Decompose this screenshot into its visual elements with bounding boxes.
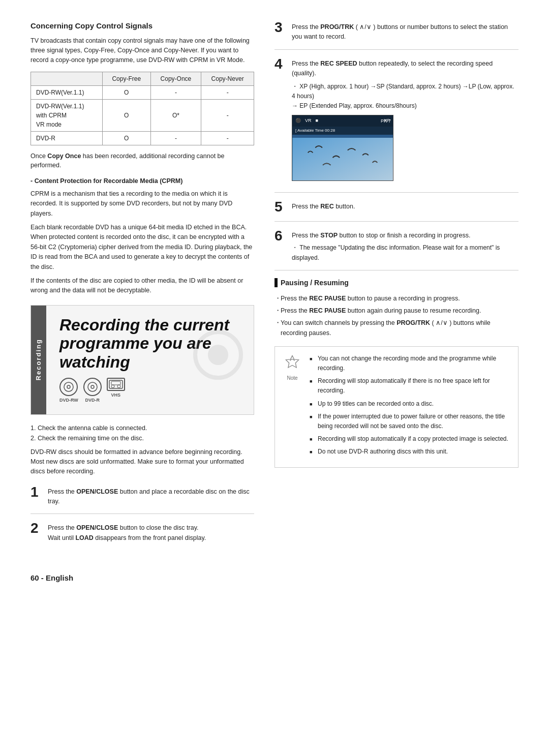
step-5-text: Press the REC button.: [292, 200, 518, 214]
cprm-title: - Content Protection for Recordable Medi…: [30, 176, 254, 186]
svg-point-4: [88, 382, 97, 391]
copy-control-table: Copy-Free Copy-Once Copy-Never DVD-RW(Ve…: [30, 72, 254, 145]
table-cell: -: [201, 99, 254, 131]
pausing-title: Pausing / Resuming: [274, 278, 518, 288]
step-5-number: 5: [274, 200, 287, 214]
ccs-title: Concerning Copy Control Signals: [30, 20, 254, 32]
dvdr-icon-box: DVD-R: [83, 378, 102, 404]
disc-note: DVD-RW discs should be formatted in adva…: [30, 447, 254, 477]
table-cell: O: [102, 131, 150, 145]
table-row: DVD-R O - -: [31, 131, 254, 145]
table-cell: -: [201, 85, 254, 99]
recording-sidebar: Recording: [31, 306, 46, 414]
svg-rect-9: [111, 381, 120, 385]
step-3-text: Press the PROG/TRK ( ∧/∨ ) buttons or nu…: [292, 20, 518, 42]
note-box: Note You can not change the recording mo…: [274, 346, 518, 468]
table-cell: O: [102, 85, 150, 99]
note-item-2: Recording will stop automatically if the…: [310, 376, 511, 396]
step-1-text: Press the OPEN/CLOSE button and place a …: [48, 485, 254, 507]
table-row: DVD-RW(Ver.1.1) O - -: [31, 85, 254, 99]
svg-point-2: [64, 382, 73, 391]
step-6: 6 Press the STOP button to stop or finis…: [274, 229, 518, 270]
note-label: Note: [287, 374, 297, 382]
disc2-svg: [87, 381, 98, 392]
watermark-icon: [193, 329, 243, 380]
pausing-item-1: Press the REC PAUSE button to pause a re…: [274, 293, 518, 304]
note-item-5: Recording will stop automatically if a c…: [310, 434, 511, 444]
banner-section: Recording Recording the current programm…: [30, 305, 254, 415]
page-number: 60 - English: [30, 572, 73, 584]
note-icon: [283, 354, 301, 372]
step-5: 5 Press the REC button.: [274, 200, 518, 222]
svg-point-1: [208, 345, 228, 365]
once-para: Once Copy Once has been recorded, additi…: [30, 152, 254, 171]
step-1: 1 Press the OPEN/CLOSE button and place …: [30, 485, 254, 515]
step-6-number: 6: [274, 229, 287, 263]
step-6-text: Press the STOP button to stop or finish …: [292, 229, 518, 263]
cprm-para-1: CPRM is a mechanism that ties a recordin…: [30, 189, 254, 219]
step-1-number: 1: [30, 485, 43, 507]
cprm-para-2: Each blank recordable DVD has a unique 6…: [30, 223, 254, 272]
table-cell: DVD-RW(Ver.1.1): [31, 85, 103, 99]
osd-avail-label: [ Available Time 00:28: [292, 127, 393, 135]
table-cell: DVD-R: [31, 131, 103, 145]
vhs-label: VHS: [111, 392, 121, 399]
osd-pr-label: PR 7: [381, 115, 391, 127]
osd-rec-dot: ⚫: [295, 117, 301, 125]
note-list: You can not change the recording mode an…: [310, 354, 511, 460]
note-item-6: Do not use DVD-R authoring discs with th…: [310, 447, 511, 457]
svg-point-3: [67, 385, 70, 388]
pausing-section: Pausing / Resuming Press the REC PAUSE b…: [274, 278, 518, 468]
step-2: 2 Press the OPEN/CLOSE button to close t…: [30, 521, 254, 550]
page-footer: 60 - English: [30, 572, 518, 584]
step-2-number: 2: [30, 521, 43, 543]
media-icons: DVD-RW DVD-R: [59, 378, 243, 404]
dvdr-icon: [83, 378, 102, 396]
note-item-3: Up to 99 titles can be recorded onto a d…: [310, 399, 511, 409]
osd-overlay: ⚫ VR ■ XP: [292, 115, 393, 127]
table-cell: -: [150, 85, 201, 99]
table-header-copyonce: Copy-Once: [150, 72, 201, 85]
osd-screen: ⚫ VR ■ XP PR 7 [ Available Time 00:28: [292, 115, 393, 181]
svg-point-5: [91, 385, 94, 388]
pausing-item-2: Press the REC PAUSE button again during …: [274, 306, 518, 316]
vhs-svg: [109, 380, 123, 389]
right-column: 3 Press the PROG/TRK ( ∧/∨ ) buttons or …: [274, 20, 518, 557]
dvdrw-icon-box: DVD-RW: [59, 378, 78, 404]
step-3: 3 Press the PROG/TRK ( ∧/∨ ) buttons or …: [274, 20, 518, 50]
dvdrw-icon: [59, 378, 78, 396]
left-column: Concerning Copy Control Signals TV broad…: [30, 20, 254, 557]
page: Concerning Copy Control Signals TV broad…: [0, 0, 549, 756]
step-2-text: Press the OPEN/CLOSE button to close the…: [48, 521, 206, 543]
osd-vr-label: VR: [305, 117, 312, 125]
table-cell: O*: [150, 99, 201, 131]
note-item-4: If the power interrupted due to power fa…: [310, 412, 511, 431]
svg-rect-10: [293, 138, 392, 180]
table-cell: -: [201, 131, 254, 145]
table-header-copyfree: Copy-Free: [102, 72, 150, 85]
dvdr-label: DVD-R: [85, 397, 100, 404]
table-cell: O: [102, 99, 150, 131]
vhs-icon-box: VHS: [107, 378, 125, 404]
vhs-icon: [107, 378, 125, 391]
table-cell: DVD-RW(Ver.1.1)with CPRMVR mode: [31, 99, 103, 131]
note-item-1: You can not change the recording mode an…: [310, 354, 511, 373]
step-4: 4 Press the REC SPEED button repeatedly,…: [274, 57, 518, 193]
svg-point-7: [111, 385, 114, 388]
ccs-section: Concerning Copy Control Signals TV broad…: [30, 20, 254, 296]
recording-sidebar-text: Recording: [34, 339, 44, 380]
birds-svg: [292, 138, 393, 180]
table-cell: -: [150, 131, 201, 145]
ccs-para: TV broadcasts that contain copy control …: [30, 36, 254, 66]
step-4-number: 4: [274, 57, 287, 185]
disc-svg: [63, 381, 74, 392]
dvdrw-label: DVD-RW: [59, 397, 78, 404]
pausing-list: Press the REC PAUSE button to pause a re…: [274, 293, 518, 338]
step-4-text: Press the REC SPEED button repeatedly, t…: [292, 57, 518, 185]
osd-stop-icon: ■: [316, 117, 318, 125]
note-icon-area: Note: [282, 354, 302, 460]
table-header-copynever: Copy-Never: [201, 72, 254, 85]
table-header-empty: [31, 72, 103, 85]
svg-point-8: [117, 385, 120, 388]
black-bar-icon: [274, 278, 278, 287]
